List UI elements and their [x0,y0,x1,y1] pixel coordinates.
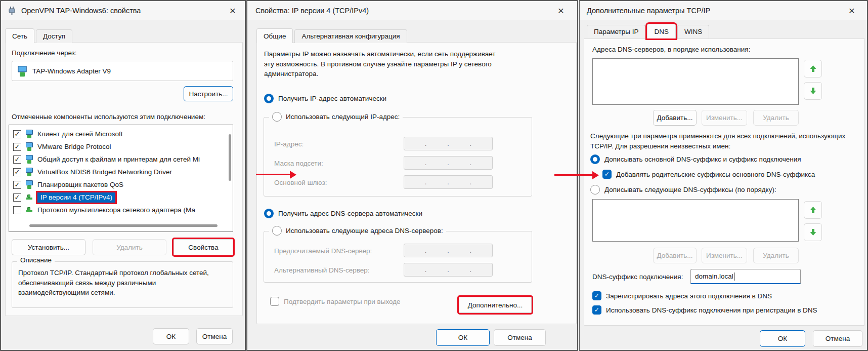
uninstall-button[interactable]: Удалить [93,239,166,255]
dialog3-ok-button[interactable]: ОК [760,330,805,347]
dns-remove-button[interactable]: Удалить [753,110,799,126]
dialog3-title: Дополнительные параметры TCP/IP [587,7,710,15]
configure-button[interactable]: Настроить... [184,86,233,101]
tab-general[interactable]: Общие [256,28,293,43]
network-adapter-icon [16,65,29,77]
default-gateway-input: ... [404,175,493,189]
listed-suffixes-radio-row[interactable]: Дописывать следующие DNS-суффиксы (по по… [590,185,776,194]
component-label: Планировщик пакетов QoS [37,181,123,188]
screenshot-canvas: OpenVPN TAP-Windows6: свойства × Сеть До… [0,0,868,351]
auto-dns-label: Получить адрес DNS-сервера автоматически [278,210,422,217]
dialog3-titlebar: Дополнительные параметры TCP/IP × [580,1,867,20]
dialog2-tabs: Общие Альтернативная конфигурация [256,28,407,43]
dialog1-title: OpenVPN TAP-Windows6: свойства [21,7,141,15]
dns-add-button[interactable]: Добавить... [653,110,697,126]
component-checkbox[interactable] [13,155,21,164]
auto-ip-label: Получить IP-адрес автоматически [278,95,386,102]
auto-dns-radio[interactable] [264,209,274,218]
move-down-button[interactable] [804,82,822,100]
default-gateway-label: Основной шлюз: [274,179,327,186]
component-list-item[interactable]: Общий доступ к файлам и принтерам для се… [9,153,233,166]
advanced-button[interactable]: Дополнительно... [459,297,532,313]
dialog3-close-icon[interactable]: × [845,4,859,17]
network-component-icon [24,205,34,215]
static-dns-group: Использовать следующие адреса DNS-сервер… [264,231,532,283]
tab-sharing[interactable]: Доступ [36,29,72,43]
auto-dns-radio-row[interactable]: Получить адрес DNS-сервера автоматически [264,209,422,218]
register-dns-checkbox[interactable] [592,291,601,300]
advanced-tcpip-dialog: Дополнительные параметры TCP/IP × Параме… [579,0,868,351]
suffix-add-button[interactable]: Добавить... [653,248,697,263]
component-checkbox[interactable] [13,130,21,138]
component-checkbox[interactable] [13,181,21,189]
adapter-name: TAP-Windows Adapter V9 [32,67,111,75]
component-checkbox[interactable] [13,206,21,214]
move-up-button[interactable] [804,60,822,77]
components-list[interactable]: Клиент для сетей Microsoft VMware Bridge… [9,125,233,232]
component-list-item[interactable]: Протокол мультиплексора сетевого адаптер… [9,204,233,216]
validate-settings-checkbox[interactable] [270,297,279,306]
tab-network[interactable]: Сеть [5,28,34,43]
dns-servers-list[interactable] [592,58,799,105]
green-down-arrow-icon [809,228,817,237]
dialog1-tab-page: Подключение через: TAP-Windows Adapter V… [5,42,243,316]
auto-ip-radio-row[interactable]: Получить IP-адрес автоматически [264,94,386,103]
dialog2-cancel-button[interactable]: Отмена [494,329,546,346]
component-list-item[interactable]: VMware Bridge Protocol [9,140,233,153]
network-component-icon [24,167,34,177]
install-button[interactable]: Установить... [12,239,85,255]
component-list-item[interactable]: IP версии 4 (TCP/IPv4) [9,191,233,204]
static-dns-radio[interactable] [272,226,282,236]
tab-wins[interactable]: WINS [677,25,709,38]
properties-button[interactable]: Свойства [173,239,233,255]
component-checkbox[interactable] [13,168,21,176]
static-ip-radio[interactable] [272,112,282,122]
annotation-arrow-to-ipv4-dialog [256,174,290,175]
dialog1-ok-button[interactable]: ОК [153,328,189,344]
green-up-arrow-icon [809,206,817,214]
register-dns-label: Зарегистрировать адреса этого подключени… [606,292,772,300]
green-up-arrow-icon [809,64,817,73]
listed-suffixes-radio[interactable] [590,185,600,194]
use-suffix-checkbox[interactable] [592,305,601,315]
dns-suffixes-list[interactable] [592,199,799,242]
suffix-move-up-button[interactable] [804,201,822,219]
dialog1-tabs: Сеть Доступ [5,28,72,43]
parent-suffix-checkbox-row[interactable]: Добавлять родительские суффиксы основног… [602,170,815,179]
suffix-move-down-button[interactable] [804,223,822,241]
annotation-arrow-to-parent-suffix [554,174,593,176]
tab-ip-settings[interactable]: Параметры IP [587,25,645,38]
suffix-remove-button[interactable]: Удалить [753,248,799,263]
dialog3-cancel-button[interactable]: Отмена [813,330,862,347]
parent-suffix-checkbox[interactable] [602,170,612,179]
component-list-item[interactable]: Планировщик пакетов QoS [9,178,233,191]
adapter-name-box: TAP-Windows Adapter V9 [12,61,233,81]
register-dns-checkbox-row[interactable]: Зарегистрировать адреса этого подключени… [592,291,772,300]
dns-edit-button[interactable]: Изменить... [702,110,747,126]
dialog1-cancel-button[interactable]: Отмена [196,328,233,344]
components-vertical-scrollbar[interactable] [229,134,231,181]
dialog1-close-icon[interactable]: × [226,4,240,17]
validate-settings-row[interactable]: Подтвердить параметры при выходе [270,297,401,306]
components-horizontal-scrollbar[interactable] [29,224,218,227]
tab-alternate-configuration[interactable]: Альтернативная конфигурация [294,29,407,43]
dns-suffix-input[interactable]: domain.local [690,269,801,284]
component-checkbox[interactable] [13,143,21,151]
primary-suffix-radio[interactable] [590,154,600,164]
text-cursor [734,272,735,281]
dialog2-close-icon[interactable]: × [554,4,568,17]
component-list-item[interactable]: VirtualBox NDIS6 Bridged Networking Driv… [9,166,233,178]
tab-dns[interactable]: DNS [647,24,676,38]
listed-suffixes-label: Дописывать следующие DNS-суффиксы (по по… [604,186,776,193]
dialog3-tab-page: Адреса DNS-серверов, в порядке использов… [584,38,865,326]
alternate-dns-label: Альтернативный DNS-сервер: [274,266,369,274]
component-checkbox[interactable] [13,193,21,202]
use-suffix-checkbox-row[interactable]: Использовать DNS-суффикс подключения при… [592,305,817,315]
static-dns-label: Использовать следующие адреса DNS-сервер… [286,227,443,235]
auto-ip-radio[interactable] [264,94,274,103]
dialog2-ok-button[interactable]: ОК [436,329,490,346]
adapter-properties-dialog: OpenVPN TAP-Windows6: свойства × Сеть До… [0,0,246,351]
component-list-item[interactable]: Клиент для сетей Microsoft [9,128,233,140]
primary-suffix-radio-row[interactable]: Дописывать основной DNS-суффикс и суффик… [590,154,801,164]
suffix-edit-button[interactable]: Изменить... [702,248,747,263]
